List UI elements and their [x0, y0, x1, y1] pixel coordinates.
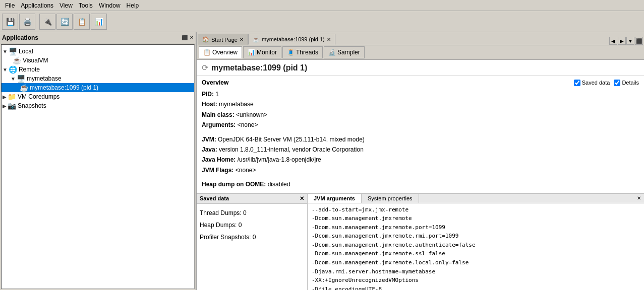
- tab-monitor[interactable]: 📊 Monitor: [243, 46, 281, 58]
- saved-data-close-btn[interactable]: ✕: [300, 195, 304, 202]
- visualvm-label: VisualVM: [23, 57, 48, 64]
- page-title-icon: ⟳: [202, 63, 208, 72]
- main-layout: Applications ⬛ ✕ ▼ 🖥️ Local ☕ VisualVM ▼…: [0, 32, 644, 290]
- overview-info: PID: 1 Host: mymetabase Main class: <unk…: [202, 89, 639, 190]
- sampler-tab-label: Sampler: [337, 49, 360, 56]
- menu-window[interactable]: Window: [96, 1, 124, 10]
- tree-item-remote[interactable]: ▼ 🌐 Remote: [2, 65, 194, 74]
- toolbar-chart-btn[interactable]: 📊: [91, 14, 107, 30]
- expand-local-icon[interactable]: ▼: [3, 49, 8, 54]
- host-label: Host:: [202, 101, 217, 108]
- system-properties-tab[interactable]: System properties: [362, 194, 419, 203]
- vmcoredumps-label: VM Coredumps: [18, 93, 60, 100]
- tree-item-local[interactable]: ▼ 🖥️ Local: [2, 47, 194, 56]
- applications-tree: ▼ 🖥️ Local ☕ VisualVM ▼ 🌐 Remote ▼ 🖥️ my…: [1, 44, 195, 289]
- local-label: Local: [19, 48, 33, 55]
- jvm-arg-0: --add-to-start=jmx.jmx-remote: [312, 205, 640, 214]
- tab-overview[interactable]: 📋 Overview: [199, 46, 242, 58]
- tree-item-mymetabase[interactable]: ▼ 🖥️ mymetabase: [2, 74, 194, 83]
- tab-nav: ◀ ▶ ▼ ⬛: [609, 37, 643, 45]
- profiler-snapshots-label: Profiler Snapshots:: [200, 234, 251, 241]
- sampler-tab-icon: 🔬: [328, 49, 336, 56]
- menu-file[interactable]: File: [2, 1, 18, 10]
- java-value: version 1.8.0_111-internal, vendor Oracl…: [219, 146, 364, 153]
- start-page-tab-label: Start Page: [211, 37, 238, 43]
- mymetabase-tab[interactable]: ☕ mymetabase:1099 (pid 1) ✕: [248, 34, 335, 45]
- menu-help[interactable]: Help: [124, 1, 142, 10]
- overview-tab-label: Overview: [212, 49, 238, 56]
- monitor-tab-label: Monitor: [257, 49, 277, 56]
- tab-next-btn[interactable]: ▶: [618, 37, 626, 45]
- mymetabase-pid-label: mymetabase:1099 (pid 1): [30, 84, 98, 91]
- saved-data-checkbox[interactable]: [574, 80, 580, 86]
- saved-data-checkbox-text: Saved data: [582, 80, 610, 86]
- details-checkbox-label[interactable]: Details: [614, 80, 639, 86]
- close-left-panel-btn[interactable]: ✕: [190, 35, 194, 40]
- pid-label: PID:: [202, 91, 214, 98]
- saved-data-checkbox-label[interactable]: Saved data: [574, 80, 610, 86]
- content-area: ⟳ mymetabase:1099 (pid 1) Overview Saved…: [197, 60, 644, 290]
- visualvm-icon: ☕: [13, 56, 21, 64]
- arguments-value: <none>: [238, 121, 258, 128]
- expand-snapshots-icon[interactable]: ▶: [3, 103, 7, 109]
- saved-data-header: Saved data ✕: [197, 194, 307, 204]
- mymetabase-label: mymetabase: [27, 75, 62, 82]
- overview-checkboxes: Saved data Details: [574, 80, 639, 86]
- snapshots-label: Snapshots: [18, 102, 46, 109]
- tree-item-snapshots[interactable]: ▶ 📷 Snapshots: [2, 101, 194, 110]
- toolbar-refresh-btn[interactable]: 🔄: [56, 14, 73, 30]
- page-title: mymetabase:1099 (pid 1): [211, 63, 307, 72]
- tree-item-visualvm[interactable]: ☕ VisualVM: [2, 56, 194, 65]
- jvm-panel-close-btn[interactable]: ✕: [634, 194, 644, 203]
- start-page-tab-icon: 🏠: [202, 36, 209, 43]
- toolbar-save-btn[interactable]: 💾: [2, 14, 18, 30]
- tab-sampler[interactable]: 🔬 Sampler: [324, 46, 365, 58]
- tab-dropdown-btn[interactable]: ▼: [626, 37, 634, 45]
- left-panel-header: Applications ⬛ ✕: [0, 32, 196, 43]
- overview-section: Overview Saved data Details PID: 1: [197, 76, 644, 193]
- start-page-tab[interactable]: 🏠 Start Page ✕: [198, 34, 248, 45]
- remote-label: Remote: [19, 66, 40, 73]
- jvm-content: --add-to-start=jmx.jmx-remote -Dcom.sun.…: [308, 203, 644, 290]
- heap-dumps-label: Heap Dumps:: [200, 222, 237, 229]
- menu-applications[interactable]: Applications: [18, 1, 56, 10]
- tree-item-vmcoredumps[interactable]: ▶ 📁 VM Coredumps: [2, 92, 194, 101]
- tab-prev-btn[interactable]: ◀: [609, 37, 617, 45]
- expand-mymetabase-icon[interactable]: ▼: [11, 76, 16, 82]
- toolbar-print-btn[interactable]: 🖨️: [19, 14, 35, 30]
- mymetabase-tab-close[interactable]: ✕: [327, 37, 331, 42]
- outer-tab-bar: 🏠 Start Page ✕ ☕ mymetabase:1099 (pid 1)…: [197, 32, 644, 45]
- tab-threads[interactable]: 🧵 Threads: [282, 46, 323, 58]
- menu-view[interactable]: View: [56, 1, 76, 10]
- tree-item-mymetabase-pid[interactable]: ☕ mymetabase:1099 (pid 1): [2, 83, 194, 92]
- jvm-arg-5: -Dcom.sun.management.jmxremote.ssl=false: [312, 249, 640, 258]
- tab-restore-btn[interactable]: ⬛: [635, 37, 643, 45]
- menu-tools[interactable]: Tools: [76, 1, 96, 10]
- jvm-arguments-tab[interactable]: JVM arguments: [308, 194, 362, 203]
- java-label: Java:: [202, 146, 217, 153]
- threads-tab-icon: 🧵: [287, 49, 295, 56]
- applications-title: Applications: [2, 34, 38, 41]
- details-checkbox[interactable]: [614, 80, 620, 86]
- threads-tab-label: Threads: [296, 49, 318, 56]
- saved-data-header-label: Saved data: [200, 195, 229, 201]
- bottom-panels: Saved data ✕ Thread Dumps: 0 Heap Dumps:…: [197, 193, 644, 290]
- heap-dumps-value: 0: [239, 222, 242, 229]
- toolbar-connect-btn[interactable]: 🔌: [39, 14, 55, 30]
- mymetabase-tab-label: mymetabase:1099 (pid 1): [262, 36, 325, 42]
- toolbar-clipboard-btn[interactable]: 📋: [74, 14, 90, 30]
- expand-vmcoredumps-icon[interactable]: ▶: [3, 94, 7, 100]
- main-class-label: Main class:: [202, 111, 235, 118]
- expand-icon[interactable]: ⬛: [182, 35, 188, 40]
- profiler-snapshots-value: 0: [253, 234, 256, 241]
- content-tabs: 📋 Overview 📊 Monitor 🧵 Threads 🔬 Sampler: [197, 45, 644, 60]
- expand-remote-icon[interactable]: ▼: [3, 67, 8, 72]
- start-page-tab-close[interactable]: ✕: [240, 37, 244, 42]
- monitor-tab-icon: 📊: [248, 49, 255, 56]
- mymetabase-icon: 🖥️: [17, 75, 25, 83]
- left-panel: Applications ⬛ ✕ ▼ 🖥️ Local ☕ VisualVM ▼…: [0, 32, 197, 290]
- jvm-arg-2: -Dcom.sun.management.jmxremote.port=1099: [312, 223, 640, 232]
- toolbar: 💾 🖨️ 🔌 🔄 📋 📊: [0, 11, 644, 32]
- jvm-tabs: JVM arguments System properties ✕: [308, 194, 644, 203]
- jvm-arg-4: -Dcom.sun.management.jmxremote.authentic…: [312, 241, 640, 250]
